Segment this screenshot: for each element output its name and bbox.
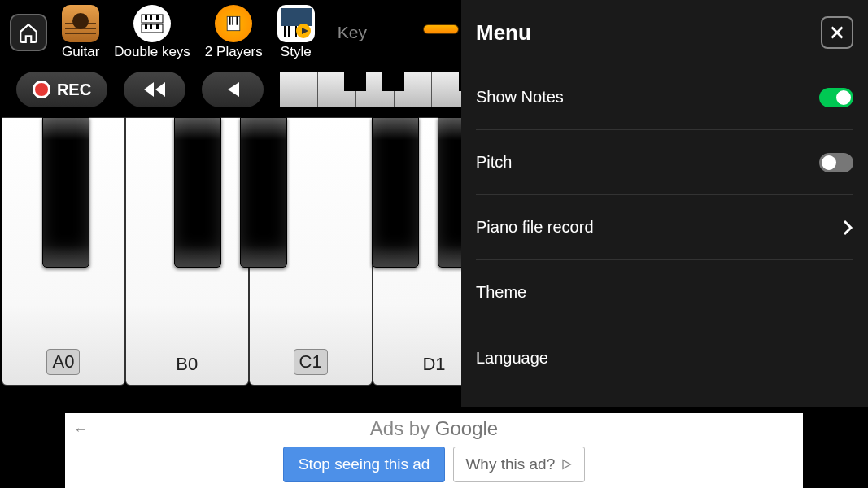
chevron-right-icon <box>842 219 853 237</box>
svg-rect-13 <box>229 16 231 24</box>
svg-rect-2 <box>65 33 96 34</box>
svg-rect-15 <box>237 16 238 24</box>
svg-rect-17 <box>281 8 312 26</box>
menu-item-label: Language <box>476 349 548 368</box>
svg-rect-7 <box>156 15 159 20</box>
menu-item-piano-file-record[interactable]: Piano file record <box>476 195 853 260</box>
toolbar-two-players-label: 2 Players <box>205 44 263 60</box>
black-key-D#1[interactable] <box>240 117 287 268</box>
home-icon <box>18 22 39 43</box>
home-button[interactable] <box>10 14 47 51</box>
adchoices-icon <box>560 458 573 471</box>
toolbar-guitar-label: Guitar <box>62 44 99 60</box>
menu-item-language[interactable]: Language <box>476 325 853 390</box>
toolbar-two-players[interactable]: 2 Players <box>205 5 263 60</box>
toolbar-style[interactable]: Style <box>277 5 315 60</box>
menu-item-label: Piano file record <box>476 218 594 237</box>
menu-item-label: Pitch <box>476 153 512 172</box>
ad-brand: Google <box>435 417 498 439</box>
menu-item-pitch[interactable]: Pitch <box>476 130 853 195</box>
menu-item-label: Show Notes <box>476 88 564 107</box>
black-key-F#1[interactable] <box>372 117 419 268</box>
svg-point-3 <box>72 13 89 29</box>
menu-panel: Menu Show NotesPitchPiano file recordThe… <box>461 0 868 407</box>
toolbar-double-keys[interactable]: Double keys <box>114 5 190 60</box>
note-label: B0 <box>176 354 198 375</box>
menu-item-show-notes[interactable]: Show Notes <box>476 65 853 130</box>
key-indicator: Key <box>338 23 367 42</box>
close-button[interactable] <box>821 16 853 49</box>
toolbar-guitar[interactable]: Guitar <box>62 5 99 60</box>
svg-rect-14 <box>233 16 234 24</box>
toolbar-style-label: Style <box>281 44 312 60</box>
ad-back-button[interactable]: ← <box>73 421 88 438</box>
guitar-icon <box>62 5 99 42</box>
two-players-icon <box>215 5 252 42</box>
record-button[interactable]: REC <box>16 72 107 107</box>
style-icon <box>277 5 315 42</box>
svg-rect-9 <box>145 24 147 29</box>
note-label: C1 <box>294 349 328 375</box>
play-left-icon <box>225 81 241 98</box>
note-label: D1 <box>422 354 445 375</box>
ad-banner: ← Ads by Google Stop seeing this ad Why … <box>65 413 803 488</box>
slider-handle[interactable] <box>423 24 459 34</box>
ad-why-label: Why this ad? <box>465 455 555 473</box>
toggle-pitch[interactable] <box>819 153 853 172</box>
menu-item-theme[interactable]: Theme <box>476 260 853 325</box>
black-key-A#0[interactable] <box>42 117 89 268</box>
toolbar-double-keys-label: Double keys <box>114 44 190 60</box>
menu-item-label: Theme <box>476 283 526 302</box>
black-key-C#1[interactable] <box>174 117 221 268</box>
ad-title-prefix: Ads by <box>370 417 435 439</box>
note-label: A0 <box>46 349 80 375</box>
play-button[interactable] <box>202 72 264 107</box>
rewind-button[interactable] <box>124 72 185 107</box>
svg-rect-6 <box>150 15 152 20</box>
svg-rect-5 <box>145 15 147 20</box>
menu-title: Menu <box>476 20 531 46</box>
record-icon <box>33 81 50 98</box>
menu-header: Menu <box>476 0 853 65</box>
svg-rect-19 <box>288 26 290 37</box>
ad-title: Ads by Google <box>370 417 498 440</box>
toggle-show-notes[interactable] <box>819 88 853 107</box>
ad-stop-button[interactable]: Stop seeing this ad <box>283 447 446 482</box>
double-keys-icon <box>133 5 171 42</box>
ad-why-button[interactable]: Why this ad? <box>453 447 585 482</box>
svg-rect-11 <box>156 24 159 29</box>
svg-rect-10 <box>150 24 152 29</box>
rewind-icon <box>142 81 167 98</box>
close-icon <box>828 24 846 41</box>
record-label: REC <box>57 81 91 99</box>
svg-rect-18 <box>284 26 286 37</box>
